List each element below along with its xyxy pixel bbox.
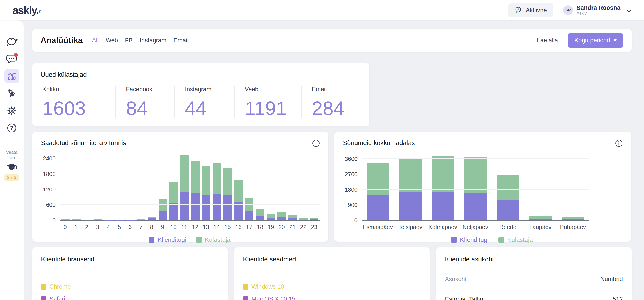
svg-text:?: ? bbox=[10, 125, 14, 131]
locations-table-header: Asukoht Numbrid bbox=[445, 276, 623, 283]
column-asukoht: Asukoht bbox=[445, 276, 467, 283]
tab-fb[interactable]: FB bbox=[125, 37, 133, 44]
question-icon: ? bbox=[6, 122, 18, 134]
bar-16 bbox=[233, 155, 244, 220]
legend-swatch bbox=[243, 284, 248, 290]
bar-3 bbox=[92, 155, 104, 220]
legend-swatch bbox=[41, 284, 46, 290]
avatar: SR bbox=[563, 5, 573, 15]
info-icon[interactable] bbox=[614, 139, 623, 148]
bar-2 bbox=[82, 155, 92, 220]
divider bbox=[445, 288, 623, 288]
bars bbox=[362, 155, 589, 220]
bar-Reede bbox=[492, 155, 524, 220]
legend-windows[interactable]: Windows 10 bbox=[243, 283, 421, 290]
y-axis: 0600120018002400 bbox=[41, 155, 60, 220]
period-dropdown-button[interactable]: Kogu periood bbox=[568, 33, 623, 48]
status-button[interactable]: Aktiivne bbox=[508, 3, 553, 17]
new-visitors-title: Uued külastajad bbox=[32, 71, 370, 78]
bar-14 bbox=[212, 155, 222, 220]
gear-icon bbox=[6, 105, 18, 116]
bar-17 bbox=[244, 155, 255, 220]
chevron-down-icon bbox=[626, 10, 632, 13]
onboarding-link[interactable] bbox=[6, 163, 18, 172]
plot-area bbox=[362, 155, 589, 221]
bar-9 bbox=[157, 155, 168, 220]
sidebar-item-campaigns[interactable] bbox=[4, 86, 19, 101]
legend-swatch bbox=[243, 296, 248, 300]
content-area: Analüütika All Web FB Instagram Email La… bbox=[24, 20, 644, 300]
hourly-messages-chart-card: Saadetud sõnumite arv tunnis 06001200180… bbox=[32, 132, 328, 242]
graduation-cap-icon bbox=[6, 163, 18, 172]
stat-email: Email 284 bbox=[301, 86, 370, 118]
location-name: Estonia, Tallinn bbox=[445, 296, 487, 300]
location-value: 512 bbox=[612, 296, 623, 300]
x-axis-labels: 01234567891011121314151617181920212223 bbox=[60, 224, 320, 230]
sidebar-item-settings[interactable] bbox=[4, 104, 19, 118]
chart-legend: Klienditugi Külastaja bbox=[343, 236, 622, 244]
tab-email[interactable]: Email bbox=[174, 37, 189, 44]
chart-title: Saadetud sõnumite arv tunnis bbox=[41, 139, 320, 147]
topbar: askly.® Aktiivne SR Sandra Roosna Askly bbox=[0, 0, 644, 20]
bar-7 bbox=[136, 155, 147, 220]
progress-badge: 2 / 3 bbox=[4, 174, 19, 180]
tab-web[interactable]: Web bbox=[106, 37, 118, 44]
chart-title: Sõnumeid kokku nädalas bbox=[343, 139, 622, 147]
stat-value: 44 bbox=[185, 98, 234, 118]
bar-6 bbox=[125, 155, 136, 220]
bar-15 bbox=[222, 155, 233, 220]
stat-kokku: Kokku 1603 bbox=[32, 86, 116, 118]
legend-swatch bbox=[149, 237, 154, 243]
plot-area bbox=[60, 155, 320, 221]
legend-swatch bbox=[41, 296, 46, 300]
legend-klienditugi[interactable]: Klienditugi bbox=[149, 236, 186, 244]
info-icon[interactable] bbox=[312, 139, 320, 148]
registered-mark: ® bbox=[38, 10, 40, 13]
user-menu[interactable]: SR Sandra Roosna Askly bbox=[563, 5, 632, 16]
devices-title: Klientide seadmed bbox=[243, 256, 421, 263]
stat-value: 284 bbox=[312, 98, 370, 118]
legend-chrome[interactable]: Chrome bbox=[41, 283, 219, 290]
legend-kylastaja[interactable]: Külastaja bbox=[196, 236, 230, 244]
rocket-icon bbox=[6, 88, 18, 100]
bar-12 bbox=[190, 155, 200, 220]
legend-safari[interactable]: Safari bbox=[41, 296, 219, 300]
table-row: Estonia, Tallinn 512 bbox=[445, 296, 623, 300]
bar-10 bbox=[168, 155, 179, 220]
legend-kylastaja[interactable]: Külastaja bbox=[498, 236, 533, 244]
bar-Teisipäev bbox=[394, 155, 427, 220]
tab-all[interactable]: All bbox=[92, 37, 98, 44]
sidebar-item-analytics[interactable] bbox=[4, 69, 19, 84]
locations-card: Klientide asukoht Asukoht Numbrid Estoni… bbox=[436, 247, 632, 300]
caret-down-icon bbox=[614, 40, 617, 42]
stacked-bar-chart: 0900180027003600 bbox=[343, 155, 622, 221]
sidebar-item-chats[interactable] bbox=[4, 34, 19, 49]
column-numbrid: Numbrid bbox=[600, 276, 623, 283]
bar-Laupäev bbox=[524, 155, 556, 220]
sidebar-item-help[interactable]: ? bbox=[4, 121, 19, 135]
analytics-header: Analüütika All Web FB Instagram Email La… bbox=[32, 29, 632, 52]
sidebar-item-messages[interactable] bbox=[4, 52, 19, 66]
bars bbox=[60, 155, 320, 220]
bar-19 bbox=[266, 155, 276, 220]
tab-instagram[interactable]: Instagram bbox=[140, 37, 166, 44]
bar-22 bbox=[298, 155, 309, 220]
legend-klienditugi[interactable]: Klienditugi bbox=[451, 236, 489, 244]
askly-logo: askly.® bbox=[12, 4, 40, 16]
clock-status-icon bbox=[514, 6, 522, 14]
stacked-bar-chart: 0600120018002400 bbox=[41, 155, 320, 221]
stat-instagram: Instagram 44 bbox=[174, 86, 234, 118]
bar-5 bbox=[114, 155, 125, 220]
y-axis: 0900180027003600 bbox=[343, 155, 362, 220]
sidebar: ? Vaata siia 2 / 3 bbox=[0, 20, 24, 300]
bar-20 bbox=[276, 155, 287, 220]
askly-bird-icon bbox=[6, 35, 18, 48]
legend-swatch bbox=[451, 237, 457, 243]
bar-Pühapäev bbox=[557, 155, 589, 220]
chart-legend: Klienditugi Külastaja bbox=[41, 236, 320, 244]
legend-macos[interactable]: Mac OS X 10.15 bbox=[243, 296, 421, 300]
download-link[interactable]: Lae alla bbox=[537, 37, 558, 44]
bar-Kolmapäev bbox=[427, 155, 459, 220]
channel-tabs: All Web FB Instagram Email bbox=[92, 37, 188, 44]
legend-swatch bbox=[498, 237, 504, 243]
